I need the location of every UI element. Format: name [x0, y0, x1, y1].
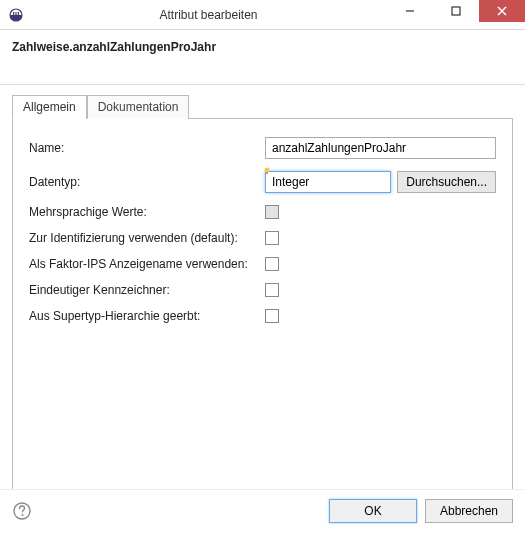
tab-dokumentation[interactable]: Dokumentation [87, 95, 190, 119]
name-field[interactable] [265, 137, 496, 159]
ok-button[interactable]: OK [329, 499, 417, 523]
datatype-field[interactable] [265, 171, 391, 193]
app-icon [8, 7, 24, 23]
datatype-label: Datentyp: [29, 175, 265, 189]
unique-checkbox[interactable] [265, 283, 279, 297]
window-controls [387, 0, 525, 29]
title-bar: Attribut bearbeiten [0, 0, 525, 30]
displayname-checkbox[interactable] [265, 257, 279, 271]
dialog-footer: OK Abbrechen [0, 489, 525, 537]
header-title: Zahlweise.anzahlZahlungenProJahr [12, 40, 513, 54]
cancel-button[interactable]: Abbrechen [425, 499, 513, 523]
name-label: Name: [29, 141, 265, 155]
unique-label: Eindeutiger Kennzeichner: [29, 283, 265, 297]
help-icon[interactable] [12, 501, 32, 521]
inherited-checkbox[interactable] [265, 309, 279, 323]
dialog-header: Zahlweise.anzahlZahlungenProJahr [0, 30, 525, 85]
identify-checkbox[interactable] [265, 231, 279, 245]
displayname-label: Als Faktor-IPS Anzeigename verwenden: [29, 257, 265, 271]
content-assist-icon [263, 164, 271, 172]
maximize-button[interactable] [433, 0, 479, 22]
svg-point-8 [265, 168, 270, 173]
multilingual-checkbox[interactable] [265, 205, 279, 219]
svg-rect-5 [452, 7, 460, 15]
svg-rect-3 [18, 12, 19, 16]
tab-bar: Allgemein Dokumentation [12, 95, 513, 119]
inherited-label: Aus Supertyp-Hierarchie geerbt: [29, 309, 265, 323]
window-title: Attribut bearbeiten [30, 8, 387, 22]
svg-rect-2 [15, 12, 16, 16]
multilingual-label: Mehrsprachige Werte: [29, 205, 265, 219]
svg-rect-9 [266, 172, 268, 174]
close-button[interactable] [479, 0, 525, 22]
svg-point-11 [22, 514, 24, 516]
minimize-button[interactable] [387, 0, 433, 22]
identify-label: Zur Identifizierung verwenden (default): [29, 231, 265, 245]
svg-rect-1 [13, 12, 14, 16]
browse-button[interactable]: Durchsuchen... [397, 171, 496, 193]
tab-allgemein[interactable]: Allgemein [12, 95, 87, 119]
tab-panel: Name: Datentyp: Durchsuchen... [12, 118, 513, 490]
